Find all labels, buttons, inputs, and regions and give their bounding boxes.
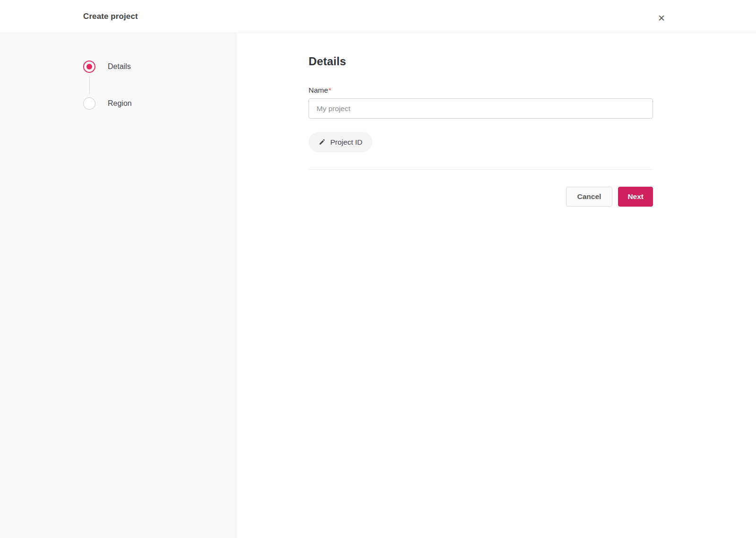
next-button[interactable]: Next [618,187,653,207]
panel-heading: Details [309,55,653,68]
cancel-button[interactable]: Cancel [566,187,613,207]
name-field-group: Name* [309,86,653,119]
dialog-header: Create project ✕ [0,0,756,33]
step-label: Region [108,99,132,108]
create-project-dialog: Create project ✕ Details Region Deta [0,0,756,538]
step-radio-icon [83,61,95,73]
step-label: Details [108,62,131,71]
action-buttons: Cancel Next [309,187,653,207]
pencil-icon [318,139,326,146]
project-id-button[interactable]: Project ID [309,132,372,152]
section-divider [309,169,653,170]
details-panel: Details Name* Project ID Cancel [236,33,756,538]
project-name-input[interactable] [309,98,653,119]
dialog-title: Create project [83,12,138,21]
name-field-label: Name* [309,86,331,94]
stepper-sidebar: Details Region [0,33,236,538]
stepper-step-details[interactable]: Details [83,61,236,73]
close-button[interactable]: ✕ [654,10,669,26]
project-id-button-label: Project ID [330,138,362,147]
stepper-connector [89,77,90,94]
required-asterisk: * [328,86,331,94]
close-icon: ✕ [658,14,665,23]
step-radio-icon [83,97,95,110]
stepper-step-region[interactable]: Region [83,97,236,110]
dialog-body: Details Region Details Name* [0,33,756,538]
